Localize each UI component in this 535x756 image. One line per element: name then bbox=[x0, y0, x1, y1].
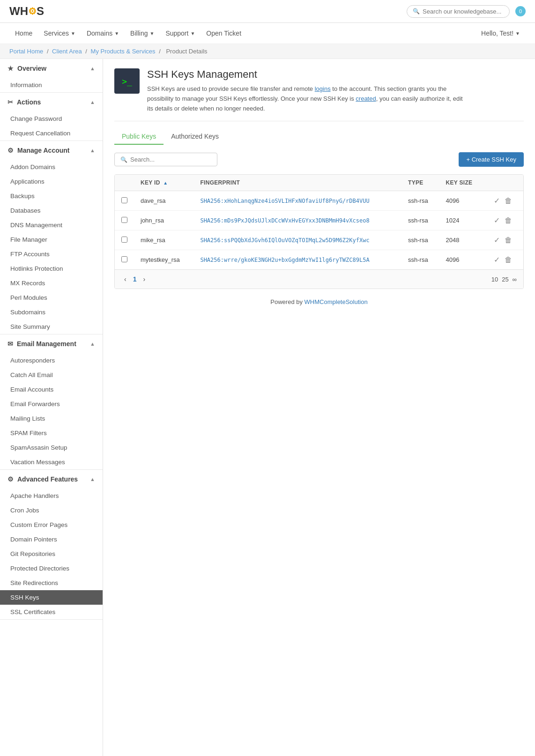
sidebar-item-backups[interactable]: Backups bbox=[0, 189, 103, 203]
sidebar-item-site-redirections[interactable]: Site Redirections bbox=[0, 576, 103, 590]
row4-delete-icon[interactable]: 🗑 bbox=[505, 256, 512, 264]
row3-checkbox[interactable] bbox=[121, 237, 127, 243]
overview-star-icon: ★ bbox=[7, 65, 14, 72]
sidebar-item-ssl-certificates[interactable]: SSL Certificates bbox=[0, 605, 103, 619]
footer-whm-link[interactable]: WHMCompleteSolution bbox=[305, 298, 368, 305]
row4-key-id: mytestkey_rsa bbox=[134, 250, 193, 270]
pagination-current-page: 1 bbox=[133, 275, 137, 283]
nav-domains[interactable]: Domains ▼ bbox=[81, 23, 125, 44]
nav-open-ticket[interactable]: Open Ticket bbox=[201, 23, 247, 44]
sidebar-item-spamassasin-setup[interactable]: SpamAssasin Setup bbox=[0, 440, 103, 455]
col-checkbox bbox=[115, 175, 134, 191]
per-page-25[interactable]: 25 bbox=[502, 276, 508, 283]
nav-services[interactable]: Services ▼ bbox=[38, 23, 81, 44]
sidebar-item-ssh-keys[interactable]: SSH Keys bbox=[0, 590, 103, 605]
page-header-text: SSH Keys Management SSH Keys are used to… bbox=[147, 68, 466, 113]
sidebar-section-email-header[interactable]: ✉Email Management ▲ bbox=[0, 334, 103, 353]
breadcrumb: Portal Home / Client Area / My Products … bbox=[0, 44, 535, 59]
table-header-row: KEY ID ▲ FINGERPRINT TYPE KEY SIZE bbox=[115, 175, 523, 191]
notification-badge[interactable]: 0 bbox=[515, 6, 526, 16]
page-header: >_ SSH Keys Management SSH Keys are used… bbox=[114, 68, 524, 113]
nav-support[interactable]: Support ▼ bbox=[160, 23, 201, 44]
sidebar-item-hotlinks-protection[interactable]: Hotlinks Protection bbox=[0, 261, 103, 276]
sidebar-item-addon-domains[interactable]: Addon Domains bbox=[0, 160, 103, 174]
row2-delete-icon[interactable]: 🗑 bbox=[505, 216, 512, 224]
sidebar-item-vacation-messages[interactable]: Vacation Messages bbox=[0, 455, 103, 469]
ssh-keys-table: KEY ID ▲ FINGERPRINT TYPE KEY SIZE bbox=[114, 174, 524, 289]
pagination-nav: ‹ 1 › bbox=[121, 274, 148, 284]
per-page-infinity[interactable]: ∞ bbox=[513, 276, 517, 283]
manage-account-gear-icon: ⚙ bbox=[7, 147, 14, 154]
sidebar-item-site-summary[interactable]: Site Summary bbox=[0, 319, 103, 334]
tab-public-keys[interactable]: Public Keys bbox=[114, 129, 163, 145]
row3-checkbox-cell bbox=[115, 230, 134, 250]
nav-greeting[interactable]: Hello, Test! ▼ bbox=[476, 23, 526, 44]
sidebar-item-git-repositories[interactable]: Git Repositories bbox=[0, 547, 103, 561]
row1-checkbox[interactable] bbox=[121, 197, 127, 203]
footer: Powered by WHMCompleteSolution bbox=[114, 289, 524, 315]
page-desc-logins-link[interactable]: logins bbox=[315, 85, 331, 92]
row1-delete-icon[interactable]: 🗑 bbox=[505, 197, 512, 205]
row1-authorize-icon[interactable]: ✓ bbox=[494, 197, 500, 205]
sidebar-item-request-cancellation[interactable]: Request Cancellation bbox=[0, 126, 103, 141]
sidebar-section-actions-header[interactable]: ✂Actions ▲ bbox=[0, 93, 103, 111]
nav-billing[interactable]: Billing ▼ bbox=[125, 23, 160, 44]
sidebar-item-mailing-lists[interactable]: Mailing Lists bbox=[0, 411, 103, 426]
sidebar-section-advanced-header[interactable]: ⚙Advanced Features ▲ bbox=[0, 470, 103, 489]
row3-authorize-icon[interactable]: ✓ bbox=[494, 236, 500, 244]
sidebar-item-file-manager[interactable]: File Manager bbox=[0, 232, 103, 247]
breadcrumb-sep-2: / bbox=[85, 48, 89, 55]
breadcrumb-sep-1: / bbox=[47, 48, 50, 55]
page-desc-created-link[interactable]: created bbox=[356, 95, 376, 102]
row2-checkbox[interactable] bbox=[121, 217, 127, 223]
breadcrumb-portal-home[interactable]: Portal Home bbox=[9, 48, 43, 55]
search-filter-box[interactable]: 🔍 bbox=[114, 153, 217, 166]
ssh-keys-icon: >_ bbox=[114, 68, 140, 94]
header-search-box[interactable]: 🔍 bbox=[407, 5, 510, 18]
sidebar-item-catch-all-email[interactable]: Catch All Email bbox=[0, 368, 103, 382]
sidebar-item-protected-directories[interactable]: Protected Directories bbox=[0, 561, 103, 576]
sidebar-item-mx-records[interactable]: MX Records bbox=[0, 276, 103, 290]
row4-authorize-icon[interactable]: ✓ bbox=[494, 256, 500, 264]
sidebar-item-information[interactable]: Information bbox=[0, 78, 103, 92]
breadcrumb-sep-3: / bbox=[159, 48, 162, 55]
sidebar-item-ftp-accounts[interactable]: FTP Accounts bbox=[0, 247, 103, 261]
row4-fingerprint: SHA256:wrre/gkoKE3NGH2u+bxGgdmMzYwI1lg6r… bbox=[193, 250, 401, 270]
sidebar-item-databases[interactable]: Databases bbox=[0, 203, 103, 218]
row2-fingerprint: SHA256:mDs9PxJQdsUJlxDCcWVxHvEGYxx3DNBMm… bbox=[193, 211, 401, 230]
row3-key-id: mike_rsa bbox=[134, 230, 193, 250]
tab-authorized-keys[interactable]: Authorized Keys bbox=[163, 129, 226, 145]
sidebar-item-applications[interactable]: Applications bbox=[0, 174, 103, 189]
row3-delete-icon[interactable]: 🗑 bbox=[505, 236, 512, 244]
pagination-next-button[interactable]: › bbox=[140, 274, 148, 284]
col-key-id[interactable]: KEY ID ▲ bbox=[134, 175, 193, 191]
sidebar-section-manage-account-header[interactable]: ⚙Manage Account ▲ bbox=[0, 141, 103, 160]
per-page-10[interactable]: 10 bbox=[491, 276, 498, 283]
sidebar-item-autoresponders[interactable]: Autoresponders bbox=[0, 353, 103, 368]
main-nav: Home Services ▼ Domains ▼ Billing ▼ Supp… bbox=[0, 23, 535, 44]
sidebar-item-domain-pointers[interactable]: Domain Pointers bbox=[0, 532, 103, 547]
sidebar-item-email-accounts[interactable]: Email Accounts bbox=[0, 382, 103, 397]
sidebar-item-perl-modules[interactable]: Perl Modules bbox=[0, 290, 103, 305]
sidebar-item-custom-error-pages[interactable]: Custom Error Pages bbox=[0, 518, 103, 532]
sidebar-section-overview-header[interactable]: ★Overview ▲ bbox=[0, 59, 103, 78]
pagination-prev-button[interactable]: ‹ bbox=[121, 274, 129, 284]
sidebar-item-apache-handlers[interactable]: Apache Handlers bbox=[0, 489, 103, 503]
header-search-input[interactable] bbox=[423, 8, 504, 15]
breadcrumb-client-area[interactable]: Client Area bbox=[52, 48, 82, 55]
sidebar-item-cron-jobs[interactable]: Cron Jobs bbox=[0, 503, 103, 518]
sidebar-item-subdomains[interactable]: Subdomains bbox=[0, 305, 103, 319]
sidebar-item-email-forwarders[interactable]: Email Forwarders bbox=[0, 397, 103, 411]
row2-authorize-icon[interactable]: ✓ bbox=[494, 216, 500, 224]
main-content: >_ SSH Keys Management SSH Keys are used… bbox=[103, 59, 535, 756]
search-filter-input[interactable] bbox=[130, 156, 211, 163]
create-ssh-key-button[interactable]: + Create SSH Key bbox=[459, 152, 524, 167]
divider bbox=[114, 121, 524, 121]
breadcrumb-my-products[interactable]: My Products & Services bbox=[91, 48, 156, 55]
sidebar-item-change-password[interactable]: Change Password bbox=[0, 111, 103, 126]
sidebar-item-spam-filters[interactable]: SPAM Filters bbox=[0, 426, 103, 440]
sidebar-item-dns-management[interactable]: DNS Management bbox=[0, 218, 103, 232]
nav-home[interactable]: Home bbox=[9, 23, 38, 44]
row1-type: ssh-rsa bbox=[401, 191, 439, 211]
row4-checkbox[interactable] bbox=[121, 256, 127, 262]
